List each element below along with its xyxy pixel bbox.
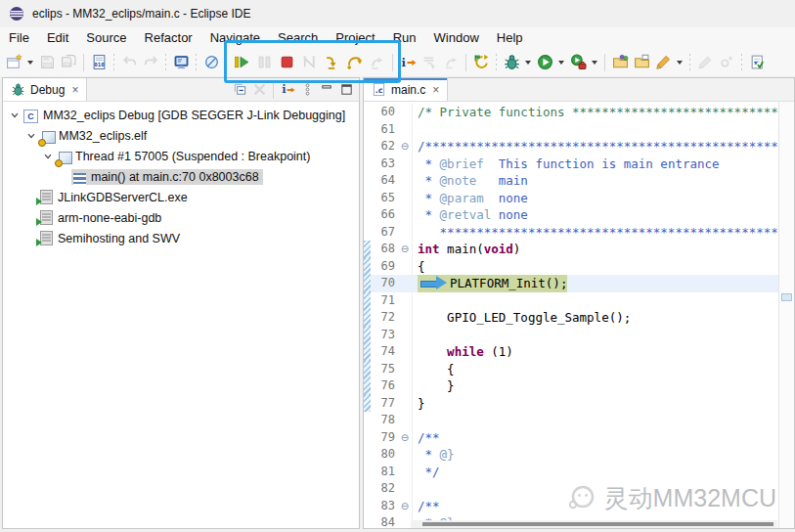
fold-collapse-icon[interactable]: ⊖ (398, 241, 413, 258)
disconnect-button[interactable] (298, 52, 321, 73)
tab-main-c[interactable]: .c main.c × (364, 78, 448, 101)
code-line[interactable]: 72 GPIO_LED_Toggle_Sample(); (364, 309, 778, 327)
new-wizard-button[interactable] (3, 52, 24, 73)
code-line[interactable]: 74 while (1) (364, 343, 778, 361)
restart-button[interactable] (470, 52, 492, 73)
undo-button[interactable] (118, 52, 140, 73)
menu-run[interactable]: Run (384, 29, 425, 46)
code-line[interactable]: 70PLATFORM_Init(); (364, 275, 778, 292)
line-number[interactable]: 69 (371, 258, 398, 276)
fold-collapse-icon[interactable]: ⊖ (398, 429, 413, 447)
line-number[interactable]: 61 (371, 121, 398, 139)
line-number[interactable]: 63 (371, 155, 398, 173)
save-button[interactable] (36, 52, 58, 73)
new-dropdown-icon[interactable] (27, 61, 33, 65)
fold-collapse-icon[interactable]: ⊖ (398, 138, 413, 155)
console-button[interactable] (170, 52, 192, 73)
code-line[interactable]: 67 *************************************… (364, 224, 778, 242)
minimize-view-button[interactable] (317, 80, 336, 100)
resume-button[interactable] (231, 52, 253, 73)
close-icon[interactable]: × (71, 84, 78, 96)
debug-dropdown-icon[interactable] (525, 61, 531, 65)
tree-item[interactable]: arm-none-eabi-gdb (3, 207, 359, 228)
use-step-filters-button[interactable] (419, 52, 440, 73)
intro-tasks-button[interactable] (746, 52, 768, 73)
menu-search[interactable]: Search (269, 29, 327, 46)
menu-refactor[interactable]: Refactor (136, 29, 201, 46)
line-number[interactable]: 82 (371, 480, 398, 498)
code-line[interactable]: 63 * @brief This function is main entran… (364, 155, 778, 173)
code-line[interactable]: 81 */ (364, 464, 778, 481)
menu-window[interactable]: Window (425, 29, 488, 46)
suspend-button[interactable] (253, 52, 276, 73)
collapse-all-button[interactable] (230, 80, 249, 100)
code-line[interactable]: 76 } (364, 377, 778, 395)
code-line[interactable]: 75 { (364, 361, 778, 378)
external-tools-dropdown-icon[interactable] (592, 61, 597, 65)
code-line[interactable]: 78 (364, 412, 778, 429)
overview-ruler[interactable] (778, 102, 794, 528)
code-line[interactable]: 66 * @retval none (364, 206, 778, 224)
step-over-button[interactable] (343, 52, 366, 73)
tree-item[interactable]: MM32_eclips Debug [GDB SEGGER J-Link Deb… (3, 105, 359, 125)
tree-item[interactable]: JLinkGDBServerCL.exe (3, 187, 359, 207)
code-line[interactable]: 65 * @param none (364, 190, 778, 207)
line-number[interactable]: 83 (371, 498, 398, 515)
skip-all-breakpoints-button[interactable] (200, 52, 222, 73)
tree-item[interactable]: MM32_eclips.elf (3, 125, 359, 146)
fold-collapse-icon[interactable]: ⊖ (398, 498, 413, 515)
instruction-stepping-button[interactable]: i (397, 52, 419, 73)
expander-icon[interactable] (40, 151, 55, 162)
code-line[interactable]: 64 * @note main (364, 172, 778, 190)
tree-item[interactable]: Semihosting and SWV (3, 228, 359, 248)
line-number[interactable]: 64 (371, 172, 398, 190)
instruction-stepping-toggle[interactable]: i (278, 80, 297, 100)
line-number[interactable]: 84 (371, 514, 398, 528)
code-line[interactable]: 80 * @} (364, 446, 778, 464)
line-number[interactable]: 62 (371, 138, 398, 155)
tab-debug[interactable]: Debug × (3, 78, 87, 101)
line-number[interactable]: 81 (371, 464, 398, 481)
redo-button[interactable] (140, 52, 161, 73)
line-number[interactable]: 79 (371, 429, 398, 447)
code-line[interactable]: 79⊖/** (364, 429, 778, 447)
code-line[interactable]: 61 (364, 121, 778, 139)
menu-source[interactable]: Source (77, 29, 135, 46)
run-dropdown-icon[interactable] (558, 61, 564, 65)
line-number[interactable]: 72 (371, 309, 398, 327)
external-tools-button[interactable] (567, 52, 589, 73)
expander-icon[interactable] (23, 130, 38, 142)
line-number[interactable]: 78 (371, 412, 398, 429)
tree-item[interactable]: main() at main.c:70 0x8003c68 (3, 166, 359, 187)
code-line[interactable]: 60/* Private functions *****************… (364, 104, 778, 121)
menu-project[interactable]: Project (327, 29, 383, 46)
close-icon[interactable]: × (432, 84, 439, 96)
code-line[interactable]: 71 (364, 292, 778, 310)
code-line[interactable]: 68⊖int main(void) (364, 241, 778, 258)
search-marker-button[interactable] (652, 52, 674, 73)
line-number[interactable]: 66 (371, 206, 398, 224)
tree-item[interactable]: Thread #1 57005 (Suspended : Breakpoint) (3, 146, 359, 166)
last-edit-location-button[interactable] (694, 52, 716, 73)
remove-terminated-button[interactable] (249, 80, 269, 100)
step-return-button[interactable] (366, 52, 388, 73)
previous-edit-button[interactable] (716, 52, 737, 73)
maximize-view-button[interactable] (336, 80, 356, 100)
line-number[interactable]: 60 (371, 104, 398, 121)
save-all-button[interactable] (58, 52, 79, 73)
line-number[interactable]: 77 (371, 395, 398, 413)
step-into-button[interactable] (321, 52, 343, 73)
line-number[interactable]: 68 (371, 241, 398, 258)
run-button[interactable] (534, 52, 555, 73)
terminate-button[interactable] (276, 52, 298, 73)
code-line[interactable]: 62⊖/************************************… (364, 138, 778, 155)
line-number[interactable]: 76 (371, 377, 398, 395)
line-number[interactable]: 80 (371, 446, 398, 464)
line-number[interactable]: 67 (371, 224, 398, 242)
code-line[interactable]: 77} (364, 395, 778, 413)
debug-button[interactable] (501, 52, 522, 73)
menu-help[interactable]: Help (488, 29, 532, 46)
horizontal-scrollbar[interactable] (411, 520, 777, 528)
line-number[interactable]: 71 (371, 292, 398, 310)
open-element-button[interactable] (609, 52, 631, 73)
